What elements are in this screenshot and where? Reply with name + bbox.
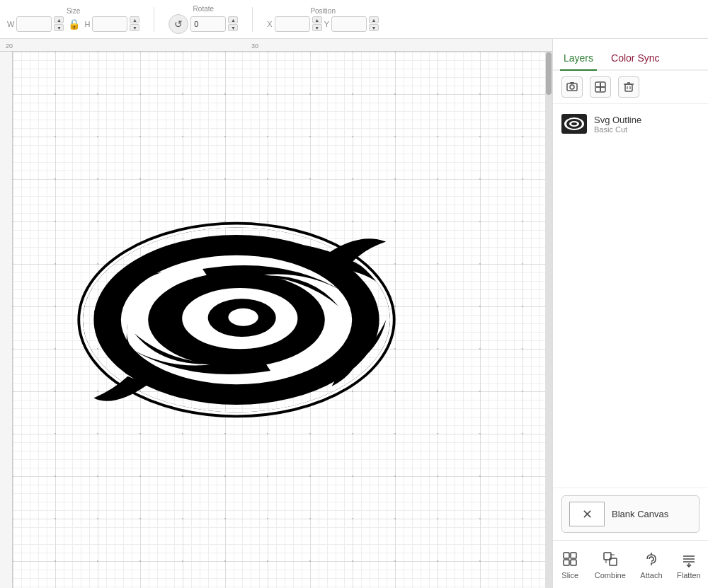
tabs: Layers Color Sync [553,39,708,71]
main-area: 20 30 [0,39,708,588]
rotate-label: Rotate [193,5,214,13]
position-group: Position X ▲ ▼ Y ▲ ▼ [267,7,379,32]
bottom-actions: Slice Combine [553,540,708,588]
svg-point-22 [571,122,577,125]
x-label: X [267,20,272,28]
width-spinner: ▲ ▼ [54,16,64,31]
layer-thumbnail [561,114,587,134]
x-down[interactable]: ▼ [312,24,322,31]
y-up[interactable]: ▲ [369,16,379,23]
svg-rect-24 [571,553,576,558]
layer-item[interactable]: Svg Outline Basic Cut [553,110,708,138]
screenshot-btn[interactable] [561,76,583,98]
svg-rect-23 [564,553,569,558]
width-input[interactable] [16,16,52,32]
tab-layers[interactable]: Layers [560,47,597,71]
layer-info: Svg Outline Basic Cut [594,115,641,134]
layer-name: Svg Outline [594,115,641,125]
combine-label: Combine [595,571,626,580]
size-group: Size W ▲ ▼ 🔒 H ▲ ▼ [7,7,139,32]
layer-type: Basic Cut [594,125,641,134]
ruler-top: 20 30 [0,39,552,52]
blank-canvas-box[interactable]: ✕ Blank Canvas [561,495,700,533]
delete-icon [623,81,634,93]
height-spinner: ▲ ▼ [130,16,139,31]
layers-list: Svg Outline Basic Cut [553,104,708,488]
combine-btn[interactable]: Combine [589,546,632,582]
y-spinner: ▲ ▼ [369,16,379,31]
panel-toolbar [553,71,708,104]
height-label: H [84,20,90,28]
width-up[interactable]: ▲ [54,16,64,23]
combine-icon [600,549,620,569]
svg-point-9 [570,85,574,89]
rotate-btn[interactable]: ↺ [169,14,188,34]
height-down[interactable]: ▼ [130,24,139,31]
x-input[interactable] [275,16,310,32]
height-input[interactable] [92,16,127,32]
svg-rect-25 [564,560,569,565]
svg-rect-14 [625,84,632,91]
height-up[interactable]: ▲ [130,16,139,23]
layer-thumb-svg [561,114,587,134]
ruler-mark-20: 20 [6,42,13,50]
width-down[interactable]: ▼ [54,24,64,31]
lock-icon: 🔒 [68,18,80,30]
attach-btn[interactable]: Attach [634,546,668,582]
canvas-area[interactable]: 20 30 [0,39,552,588]
rotate-down[interactable]: ▼ [228,24,238,31]
attach-icon [641,549,661,569]
flatten-btn[interactable]: Flatten [671,546,707,582]
rotate-group: Rotate ↺ ▲ ▼ [169,5,238,34]
rotate-up[interactable]: ▲ [228,16,238,23]
logo-container [59,196,413,444]
blank-canvas-label: Blank Canvas [612,509,668,519]
divider-2 [252,7,253,32]
blank-canvas-area: ✕ Blank Canvas [553,488,708,540]
scrollbar-thumb[interactable] [546,52,552,95]
toolbar: Size W ▲ ▼ 🔒 H ▲ ▼ Rotate ↺ ▲ ▼ [0,0,708,39]
flatten-icon [679,549,699,569]
slice-icon [560,549,580,569]
position-inputs: X ▲ ▼ Y ▲ ▼ [267,16,379,32]
screenshot-icon [566,81,578,93]
ruler-mark-30: 30 [251,42,258,50]
delete-layer-btn[interactable] [618,76,639,98]
svg-point-6 [228,309,258,326]
y-label: Y [324,20,329,28]
attach-label: Attach [640,571,662,580]
svg-rect-26 [571,560,576,565]
scrollbar-vertical[interactable] [545,52,552,588]
x-spinner: ▲ ▼ [312,16,322,31]
size-label: Size [67,7,80,15]
position-label: Position [310,7,336,15]
y-input[interactable] [331,16,367,32]
blank-canvas-preview: ✕ [569,502,605,526]
divider-1 [154,7,154,32]
rotate-input[interactable] [190,16,226,32]
right-panel: Layers Color Sync [552,39,708,588]
y-down[interactable]: ▼ [369,24,379,31]
add-icon [595,81,606,93]
flatten-label: Flatten [677,571,701,580]
grid-canvas[interactable] [13,52,545,588]
blank-canvas-x-mark: ✕ [582,507,593,522]
rotate-spinner: ▲ ▼ [228,16,238,31]
width-label: W [7,20,14,28]
ruler-left [0,52,13,588]
size-inputs: W ▲ ▼ 🔒 H ▲ ▼ [7,16,139,32]
tab-colorsync[interactable]: Color Sync [607,47,663,71]
slice-label: Slice [561,571,578,580]
add-layer-btn[interactable] [590,76,611,98]
hurricane-logo [67,203,406,437]
x-up[interactable]: ▲ [312,16,322,23]
slice-btn[interactable]: Slice [554,546,586,582]
svg-rect-10 [570,82,574,83]
rotate-inputs: ↺ ▲ ▼ [169,14,238,34]
